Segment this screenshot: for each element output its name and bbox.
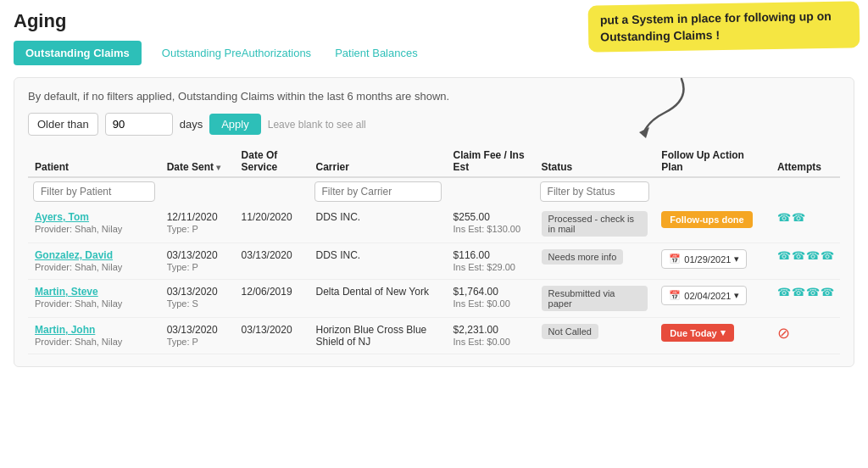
cell-carrier: Horizon Blue Cross Blue Shield of NJ xyxy=(309,318,447,354)
status-badge: Not Called xyxy=(542,324,598,339)
filter-row: Older than days Apply Leave blank to see… xyxy=(28,113,840,136)
patient-name-link[interactable]: Martin, Steve xyxy=(35,286,153,298)
leave-blank-text: Leave blank to see all xyxy=(268,119,366,131)
filter-fee-cell xyxy=(447,177,535,205)
cell-date-service: 03/13/2020 xyxy=(235,243,309,280)
patient-name-link[interactable]: Martin, John xyxy=(35,324,153,336)
col-header-date-sent[interactable]: Date Sent xyxy=(160,144,235,177)
table-filter-row xyxy=(28,177,840,205)
annotation-bubble: put a System in place for following up o… xyxy=(588,1,860,53)
cell-date-service: 03/13/2020 xyxy=(235,318,309,354)
description-text: By default, if no filters applied, Outst… xyxy=(28,90,840,103)
claims-table: Patient Date Sent Date Of Service Carrie… xyxy=(28,144,840,354)
filter-date-sent-cell xyxy=(160,177,235,205)
provider-text: Provider: Shah, Nilay xyxy=(35,298,122,309)
col-header-carrier: Carrier xyxy=(309,144,447,177)
phone-icon: ☎ xyxy=(806,286,819,298)
content-box: By default, if no filters applied, Outst… xyxy=(14,77,854,367)
chevron-down-icon: ▾ xyxy=(721,327,726,338)
cell-attempts: ☎☎ xyxy=(771,205,840,243)
col-header-date-service: Date Of Service xyxy=(235,144,309,177)
cell-carrier: DDS INC. xyxy=(309,205,447,243)
cell-fee: $1,764.00Ins Est: $0.00 xyxy=(447,280,535,318)
provider-text: Provider: Shah, Nilay xyxy=(35,337,122,347)
filter-followup-cell xyxy=(654,177,771,205)
status-badge: Processed - check is in mail xyxy=(542,211,648,237)
cell-fee: $2,231.00Ins Est: $0.00 xyxy=(447,318,535,354)
attempts-icons: ☎☎ xyxy=(777,211,833,224)
phone-icon: ☎ xyxy=(777,286,790,298)
cell-attempts: ☎☎☎☎ xyxy=(771,280,840,318)
filter-patient-input[interactable] xyxy=(33,181,155,202)
phone-icon: ☎ xyxy=(792,249,804,262)
col-header-attempts: Attempts xyxy=(771,144,840,177)
provider-text: Provider: Shah, Nilay xyxy=(35,224,122,234)
cell-fee: $255.00Ins Est: $130.00 xyxy=(447,205,535,243)
table-row: Ayers, TomProvider: Shah, Nilay12/11/202… xyxy=(28,205,840,243)
chevron-down-icon: ▾ xyxy=(734,290,739,301)
patient-name-link[interactable]: Ayers, Tom xyxy=(35,211,153,223)
cell-patient: Ayers, TomProvider: Shah, Nilay xyxy=(28,205,160,243)
filter-status-input[interactable] xyxy=(540,181,650,202)
filter-carrier-cell xyxy=(309,177,447,205)
tab-patient-balances[interactable]: Patient Balances xyxy=(331,41,421,65)
cell-carrier: DDS INC. xyxy=(309,243,447,280)
cell-date-sent: 03/13/2020Type: S xyxy=(160,280,235,318)
cell-followup: Follow-ups done xyxy=(654,205,771,243)
filter-patient-cell xyxy=(28,177,160,205)
chevron-down-icon: ▾ xyxy=(734,254,739,265)
table-header-row: Patient Date Sent Date Of Service Carrie… xyxy=(28,144,840,177)
cell-followup: Due Today▾ xyxy=(654,318,771,354)
cell-carrier: Delta Dental of New York xyxy=(309,280,447,318)
cell-status: Resubmitted via paper xyxy=(535,280,655,318)
followup-date-button[interactable]: 📅02/04/2021▾ xyxy=(661,286,747,305)
tab-outstanding-claims[interactable]: Outstanding Claims xyxy=(14,41,142,65)
svg-marker-0 xyxy=(639,127,649,138)
cell-date-service: 12/06/2019 xyxy=(235,280,309,318)
cell-date-sent: 12/11/2020Type: P xyxy=(160,205,235,243)
cell-attempts: ☎☎☎☎ xyxy=(771,243,840,280)
phone-icon: ☎ xyxy=(792,286,804,298)
cell-date-sent: 03/13/2020Type: P xyxy=(160,243,235,280)
provider-text: Provider: Shah, Nilay xyxy=(35,262,122,272)
col-header-followup: Follow Up Action Plan xyxy=(654,144,771,177)
cell-patient: Martin, JohnProvider: Shah, Nilay xyxy=(28,318,160,354)
cell-status: Processed - check is in mail xyxy=(535,205,655,243)
days-input[interactable] xyxy=(105,113,173,136)
attempts-icons: ☎☎☎☎ xyxy=(777,249,833,262)
col-header-patient: Patient xyxy=(28,144,160,177)
attempts-icons: ☎☎☎☎ xyxy=(777,286,833,298)
cell-status: Not Called xyxy=(535,318,655,354)
filter-attempts-cell xyxy=(771,177,840,205)
cell-date-service: 11/20/2020 xyxy=(235,205,309,243)
cell-attempts: ⊘ xyxy=(771,318,840,354)
cell-fee: $116.00Ins Est: $29.00 xyxy=(447,243,535,280)
phone-icon: ☎ xyxy=(792,211,804,224)
followup-date-button[interactable]: 📅01/29/2021▾ xyxy=(661,249,747,269)
cell-patient: Martin, SteveProvider: Shah, Nilay xyxy=(28,280,160,318)
table-row: Martin, SteveProvider: Shah, Nilay03/13/… xyxy=(28,280,840,318)
cell-date-sent: 03/13/2020Type: P xyxy=(160,318,235,354)
table-body: Ayers, TomProvider: Shah, Nilay12/11/202… xyxy=(28,205,840,354)
filter-date-service-cell xyxy=(235,177,309,205)
cell-followup: 📅01/29/2021▾ xyxy=(654,243,771,280)
phone-icon: ☎ xyxy=(821,249,833,262)
followup-done-button[interactable]: Follow-ups done xyxy=(661,211,752,228)
older-than-label: Older than xyxy=(28,113,98,136)
due-today-button[interactable]: Due Today▾ xyxy=(661,324,733,342)
col-header-status: Status xyxy=(535,144,655,177)
tab-outstanding-preauths[interactable]: Outstanding PreAuthorizations xyxy=(159,41,314,65)
apply-button[interactable]: Apply xyxy=(209,114,261,135)
cal-icon: 📅 xyxy=(669,290,681,301)
table-wrapper: Patient Date Sent Date Of Service Carrie… xyxy=(28,144,840,354)
table-row: Gonzalez, DavidProvider: Shah, Nilay03/1… xyxy=(28,243,840,280)
cell-patient: Gonzalez, DavidProvider: Shah, Nilay xyxy=(28,243,160,280)
filter-carrier-input[interactable] xyxy=(314,181,442,202)
table-row: Martin, JohnProvider: Shah, Nilay03/13/2… xyxy=(28,318,840,354)
status-badge: Resubmitted via paper xyxy=(542,286,648,311)
phone-icon: ☎ xyxy=(806,249,819,262)
patient-name-link[interactable]: Gonzalez, David xyxy=(35,249,153,261)
annotation-arrow xyxy=(614,75,698,142)
phone-icon: ☎ xyxy=(777,249,790,262)
cal-icon: 📅 xyxy=(669,254,681,265)
